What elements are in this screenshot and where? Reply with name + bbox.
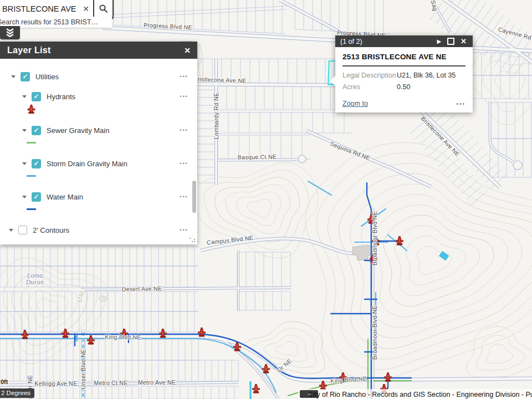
popup-field-row: Acres0.50	[342, 83, 466, 91]
expand-arrow-icon[interactable]	[22, 196, 27, 198]
layer-checkbox[interactable]: ✓	[32, 159, 41, 168]
hydrant-legend-icon	[27, 104, 35, 116]
next-feature-icon[interactable]: ▶	[437, 38, 441, 44]
layer-row: ✓Water Main•••	[22, 191, 197, 202]
street-label: King Blvd NE	[105, 333, 141, 340]
layer-label: Water Main	[47, 193, 83, 201]
expand-arrow-icon[interactable]	[22, 95, 27, 98]
expand-arrow-icon[interactable]	[22, 162, 27, 165]
street-label: Broadmoor Blvd NE	[371, 211, 378, 265]
divider	[342, 65, 466, 66]
street-label: Broadmoor Blvd NE	[371, 305, 378, 360]
street-label: Unser Blvd NE	[80, 349, 86, 390]
street-label: Desert Ave NE	[122, 285, 162, 292]
maximize-icon[interactable]	[447, 38, 454, 45]
layer-label: 2' Contours	[33, 226, 69, 234]
layer-row: ✓Storm Drain Gravity Main•••	[22, 158, 197, 169]
feature-popup: (1 of 2) ▶ ✕ 2513 BRISTLECONE AVE NE Leg…	[335, 35, 473, 112]
popup-fields: Legal DescriptionU21, Blk 36, Lot 35Acre…	[342, 71, 466, 91]
layer-row: 2' Contours•••	[9, 224, 197, 236]
layer-row: ✓Utilities•••	[11, 71, 197, 82]
layer-menu-icon[interactable]: •••	[180, 127, 188, 133]
resize-grip[interactable]	[190, 238, 195, 242]
layer-checkbox[interactable]: ✓	[32, 192, 41, 202]
street-label: Basque Ct NE	[238, 153, 277, 160]
search-icon	[99, 4, 108, 13]
legend-swatch	[27, 175, 36, 177]
field-label: Acres	[342, 83, 397, 91]
popup-actions-icon[interactable]: •••	[456, 101, 466, 107]
layer-label: Hydrants	[47, 93, 75, 101]
popup-body: 2513 BRISTLECONE AVE NE Legal Descriptio…	[335, 47, 473, 112]
layer-list-header: Layer List ✕	[0, 42, 197, 59]
popup-field-row: Legal DescriptionU21, Blk 36, Lot 35	[342, 71, 466, 79]
expand-arrow-icon[interactable]	[11, 75, 16, 78]
layer-menu-icon[interactable]: •••	[180, 227, 188, 233]
popup-pointer	[330, 76, 335, 86]
expand-arrow-icon[interactable]	[9, 229, 13, 232]
rotation-badge: 2 Degrees	[0, 388, 34, 398]
popup-count: (1 of 2)	[335, 38, 437, 45]
double-chevron-down-icon	[4, 28, 16, 37]
layer-checkbox[interactable]: ✓	[21, 72, 30, 81]
layer-checkbox[interactable]: ✓	[32, 126, 41, 135]
legend-swatch	[27, 142, 36, 144]
zoom-to-link[interactable]: Zoom to	[342, 100, 456, 108]
scale-bar-label: 0ft	[1, 378, 8, 385]
layer-list-panel: Layer List ✕ ✓Utilities•••✓Hydrants•••✓S…	[0, 42, 197, 244]
popup-title: 2513 BRISTLECONE AVE NE	[342, 53, 466, 61]
collapse-panel-button[interactable]	[0, 26, 20, 39]
search-box[interactable]: BRISTLECONE AVE NE ✕	[0, 0, 114, 19]
layer-menu-icon[interactable]: •••	[180, 94, 188, 99]
layer-list-body: ✓Utilities•••✓Hydrants•••✓Sewer Gravity …	[0, 59, 197, 244]
expand-arrow-icon[interactable]	[22, 129, 27, 132]
layer-label: Sewer Gravity Main	[47, 126, 109, 135]
layer-row: ✓Hydrants•••	[22, 91, 197, 102]
layer-row: ✓Sewer Gravity Main•••	[22, 125, 197, 136]
popup-header: (1 of 2) ▶ ✕	[335, 35, 473, 47]
close-icon[interactable]: ✕	[461, 37, 467, 45]
street-label: Lombardy Rd NE	[213, 93, 219, 140]
street-label: Metro Ct NE	[94, 380, 127, 386]
layer-checkbox[interactable]	[18, 226, 27, 234]
field-value: 0.50	[397, 83, 410, 91]
street-label: Kellogg Ave NE	[35, 380, 78, 387]
layer-label: Utilities	[35, 73, 59, 81]
layer-menu-icon[interactable]: •••	[180, 194, 188, 200]
field-value: U21, Blk 36, Lot 35	[397, 71, 456, 79]
search-input[interactable]: BRISTLECONE AVE NE	[0, 4, 79, 13]
search-button[interactable]	[93, 0, 112, 18]
layer-menu-icon[interactable]: •••	[180, 74, 188, 79]
street-label: Metro Ave NE	[138, 379, 176, 386]
legend-swatch	[27, 208, 36, 210]
layer-menu-icon[interactable]: •••	[180, 161, 188, 166]
layer-checkbox[interactable]: ✓	[32, 92, 41, 101]
place-label: LomaDuran	[26, 272, 44, 285]
field-label: Legal Description	[342, 71, 397, 79]
layer-label: Storm Drain Gravity Main	[47, 160, 127, 168]
close-icon[interactable]: ✕	[177, 46, 197, 55]
attribution-text: City of Rio Rancho - Records and GIS Sec…	[308, 391, 532, 398]
clear-search-icon[interactable]: ✕	[79, 4, 93, 13]
layer-list-title: Layer List	[0, 45, 177, 55]
